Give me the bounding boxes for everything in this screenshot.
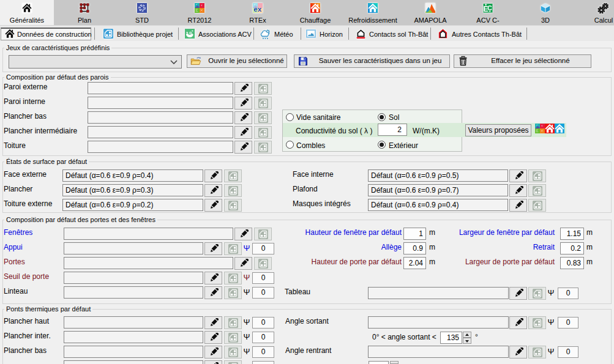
svg-text:C: C xyxy=(487,4,492,12)
svg-text:ex: ex xyxy=(254,6,262,13)
